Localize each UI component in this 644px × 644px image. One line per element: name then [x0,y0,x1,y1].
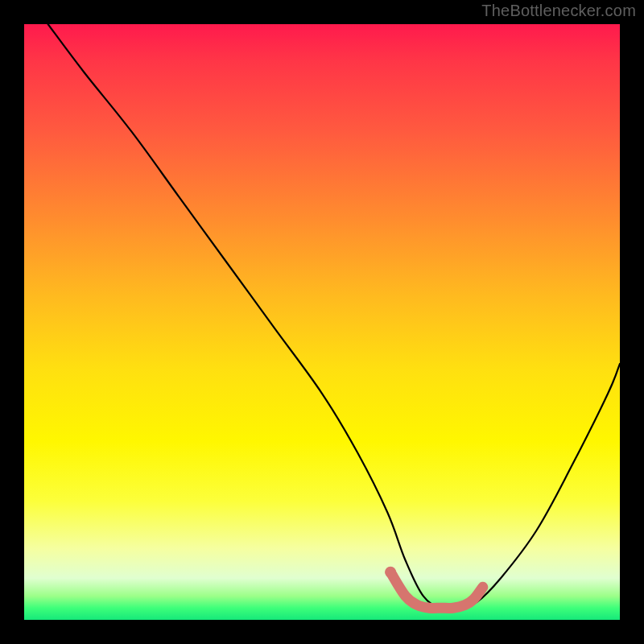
watermark-text: TheBottlenecker.com [481,2,636,20]
chart-frame: TheBottlenecker.com [0,0,644,644]
heatmap-gradient [24,24,620,620]
plot-area [24,24,620,620]
